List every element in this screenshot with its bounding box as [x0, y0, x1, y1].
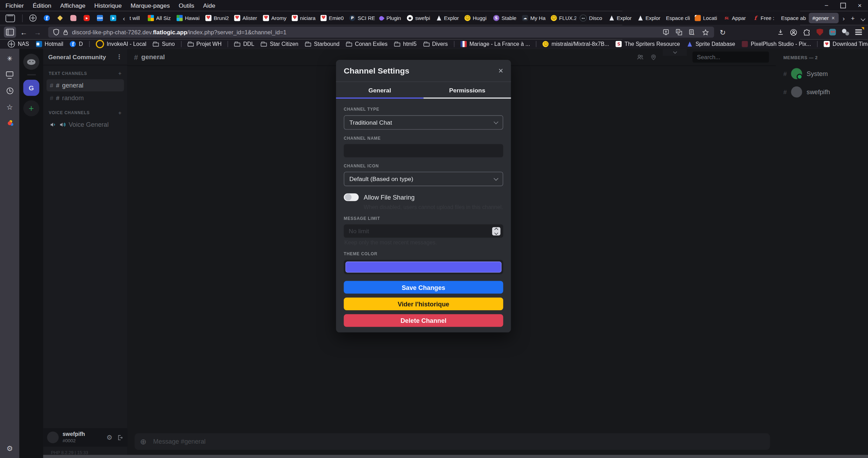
- menu-item[interactable]: Aide: [199, 2, 220, 9]
- sidebar-tool-icon[interactable]: [5, 86, 14, 95]
- bookmark[interactable]: PixelPlush Studio - Pix...: [739, 41, 814, 47]
- install-app-icon[interactable]: [663, 29, 669, 35]
- sidebar-tool-icon[interactable]: [5, 70, 14, 79]
- reload-button[interactable]: ↻: [720, 28, 726, 36]
- browser-tab[interactable]: niciara: [290, 11, 319, 25]
- bookmark[interactable]: [817, 41, 818, 47]
- bookmark[interactable]: mistralai/Mixtral-8x7B...: [539, 41, 613, 47]
- downloads-icon[interactable]: [777, 29, 784, 35]
- menu-item[interactable]: Fichier: [1, 2, 28, 9]
- pinned-tab-favicon[interactable]: [57, 15, 63, 21]
- bookmark[interactable]: Divers: [420, 41, 451, 47]
- bookmark[interactable]: [454, 41, 454, 47]
- tab-close-icon[interactable]: ×: [832, 15, 835, 21]
- channel-type-select[interactable]: Traditional Chat: [344, 115, 503, 130]
- browser-tab[interactable]: Disco: [578, 11, 607, 25]
- firefox-view-icon[interactable]: [6, 14, 15, 22]
- channel-item[interactable]: # # random: [47, 92, 124, 104]
- browser-tab[interactable]: Explor: [607, 11, 635, 25]
- bookmark[interactable]: [89, 41, 90, 47]
- bookmark[interactable]: InvokeAI - Local: [92, 40, 150, 48]
- voice-channel-item[interactable]: Voice General: [47, 119, 124, 131]
- active-tab[interactable]: #gener ×: [809, 13, 839, 23]
- sidebar-tool-icon[interactable]: [5, 119, 14, 127]
- bookmark[interactable]: [181, 41, 182, 47]
- bookmark[interactable]: Download Time Mana...: [820, 41, 868, 47]
- theme-color-input[interactable]: [344, 260, 503, 274]
- member-row[interactable]: # System: [783, 68, 868, 79]
- browser-tab[interactable]: SCI RE: [348, 11, 376, 25]
- extension-icon[interactable]: [842, 29, 849, 35]
- browser-tab[interactable]: My Ha: [520, 11, 549, 25]
- pin-icon[interactable]: [650, 53, 657, 61]
- attach-plus-icon[interactable]: ⊕: [140, 437, 147, 446]
- delete-channel-button[interactable]: Delete Channel: [344, 314, 503, 327]
- member-row[interactable]: # swefpifh: [783, 86, 868, 98]
- clear-history-button[interactable]: Vider l'historique: [344, 298, 503, 310]
- new-tab-button[interactable]: +: [847, 14, 858, 22]
- extensions-puzzle-icon[interactable]: [803, 28, 811, 36]
- save-changes-button[interactable]: Save Changes: [344, 281, 503, 293]
- horizontal-scrollbar[interactable]: [43, 454, 868, 458]
- menu-item[interactable]: Historique: [90, 2, 126, 9]
- browser-tab[interactable]: Emie0: [319, 11, 347, 25]
- browser-tab[interactable]: t will: [128, 11, 146, 25]
- bookmark[interactable]: html5: [391, 41, 420, 47]
- scroll-tabs-right-button[interactable]: ›: [840, 14, 847, 22]
- message-input[interactable]: [152, 438, 764, 445]
- browser-tab[interactable]: Free :: [751, 11, 779, 25]
- members-toggle-icon[interactable]: [636, 53, 644, 61]
- bookmark[interactable]: Hotmail: [33, 41, 67, 47]
- file-sharing-toggle[interactable]: [344, 193, 359, 201]
- pinned-tab-favicon[interactable]: [44, 15, 50, 21]
- bookmark-star-icon[interactable]: [702, 28, 709, 36]
- pinned-tab-favicon[interactable]: [97, 15, 103, 21]
- sidebar-toggle-button[interactable]: [4, 27, 16, 38]
- settings-gear-icon[interactable]: ⚙: [5, 444, 14, 452]
- translate-icon[interactable]: A: [676, 29, 683, 35]
- number-spinner[interactable]: [492, 227, 501, 235]
- scroll-tabs-left-button[interactable]: ‹: [120, 14, 128, 22]
- bookmark[interactable]: Mariage - La France à ...: [457, 41, 534, 47]
- user-settings-gear-icon[interactable]: ⚙: [106, 433, 112, 441]
- modal-tab[interactable]: Permissions: [423, 82, 511, 98]
- shield-icon[interactable]: [53, 29, 59, 35]
- add-text-channel-button[interactable]: +: [118, 70, 122, 76]
- menu-item[interactable]: Affichage: [56, 2, 90, 9]
- server-menu-icon[interactable]: ⋮: [116, 53, 122, 61]
- close-icon[interactable]: ×: [498, 66, 503, 75]
- app-menu-icon[interactable]: [855, 29, 862, 30]
- browser-tab[interactable]: Espace cli: [664, 11, 693, 25]
- modal-tab[interactable]: General: [336, 82, 423, 98]
- browser-tab[interactable]: Alister: [233, 11, 261, 25]
- menu-item[interactable]: Édition: [28, 2, 56, 9]
- add-server-button[interactable]: +: [23, 100, 39, 116]
- browser-tab[interactable]: Appar: [722, 11, 750, 25]
- bookmark[interactable]: Conan Exiles: [343, 41, 391, 47]
- sidebar-tool-icon[interactable]: [5, 54, 14, 63]
- bookmark[interactable]: Star Citizen: [257, 41, 302, 47]
- channel-icon-select[interactable]: Default (Based on type): [344, 172, 503, 186]
- pinned-tab-favicon[interactable]: [29, 14, 37, 22]
- browser-tab[interactable]: Explor: [434, 11, 463, 25]
- browser-tab[interactable]: Plugin: [376, 11, 405, 25]
- browser-tab[interactable]: Bruni2: [204, 11, 232, 25]
- url-bar[interactable]: discord-like-php-chat-7262.dev.flatlogic…: [48, 27, 714, 38]
- bookmark[interactable]: DDL: [231, 41, 257, 47]
- pinned-tab-favicon[interactable]: [110, 15, 116, 21]
- search-filter-dropdown[interactable]: [663, 49, 687, 56]
- browser-tab[interactable]: Explor: [635, 11, 664, 25]
- forward-button[interactable]: →: [31, 27, 44, 38]
- maximize-button[interactable]: [835, 0, 851, 11]
- bookmark[interactable]: NAS: [5, 41, 33, 48]
- browser-tab[interactable]: Espace ab: [779, 11, 807, 25]
- browser-tab[interactable]: Aromy: [261, 11, 290, 25]
- browser-tab[interactable]: Hawai: [175, 11, 204, 25]
- browser-tab[interactable]: Locati: [693, 11, 722, 25]
- bookmark[interactable]: Projet WH: [184, 41, 225, 47]
- server-icon-discord[interactable]: [23, 54, 39, 70]
- bookmark[interactable]: Sprite Database: [683, 41, 739, 47]
- menu-item[interactable]: Outils: [174, 2, 199, 9]
- browser-tab[interactable]: Stable: [492, 11, 520, 25]
- bookmark[interactable]: The Spriters Resource: [613, 41, 684, 47]
